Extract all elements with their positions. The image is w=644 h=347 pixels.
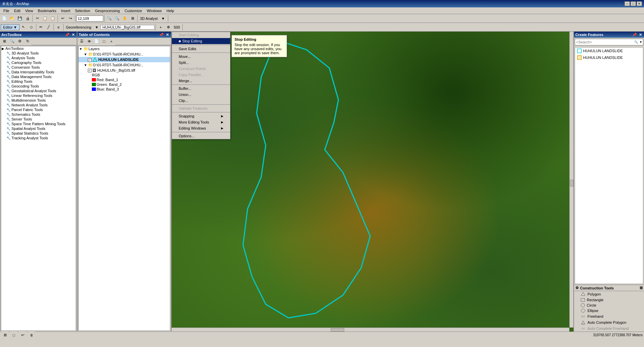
sketch-tool-btn[interactable]: ✏ (37, 24, 45, 31)
tool-interop[interactable]: 🔧 Data Interoperability Tools (1, 70, 76, 74)
more-editing-item[interactable]: More Editing Tools ▶ (172, 119, 230, 125)
clip-item[interactable]: Clip... (172, 98, 230, 104)
menu-bookmarks[interactable]: Bookmarks (36, 8, 58, 13)
menu-selection[interactable]: Selection (73, 8, 92, 13)
tool-datamgmt[interactable]: 🔧 Data Management Tools (1, 74, 76, 79)
tool-ellipse[interactable]: Ellipse (574, 308, 644, 313)
search-dropdown[interactable]: ▼ (639, 40, 643, 44)
open-btn[interactable]: 📂 (8, 15, 16, 22)
undo-btn[interactable]: ↩ (59, 15, 66, 22)
tool-server[interactable]: 🔧 Server Tools (1, 117, 76, 122)
split-item[interactable]: Split... (172, 60, 230, 66)
editing-windows-item[interactable]: Editing Windows ▶ (172, 125, 230, 131)
tool-geocoding[interactable]: 🔧 Geocoding Tools (1, 84, 76, 89)
tool-schematics[interactable]: 🔧 Schematics Tools (1, 112, 76, 117)
stop-editing-item[interactable]: ■ Stop Editing (172, 38, 230, 44)
save-edits-item[interactable]: Save Edits (172, 46, 230, 52)
straight-segment-btn[interactable]: ╱ (45, 24, 52, 31)
tool-3d[interactable]: 🔧 3D Analyst Tools (1, 51, 76, 56)
tool-geostat[interactable]: 🔧 Geostatistical Analyst Tools (1, 89, 76, 93)
menu-insert[interactable]: Insert (59, 8, 72, 13)
tool-spatialstats[interactable]: 🔧 Spatial Statistics Tools (1, 131, 76, 136)
task-btn[interactable]: ≡ (55, 24, 62, 31)
toolbox-btn3[interactable]: ⚙ (16, 38, 24, 45)
zoom-out-btn[interactable]: 🔍 (113, 15, 121, 22)
landslide-layer[interactable]: ✓ HUHULUN LANDSLIDE (78, 57, 170, 62)
menu-help[interactable]: Help (165, 8, 176, 13)
arctoolbox-close[interactable]: ✕ (71, 33, 75, 37)
layer1-group[interactable]: ▼ 📁 D:\01-RTDT-Tsa\08-iRIC\HUHU... (78, 51, 170, 57)
band-blue[interactable]: Blue: Band_3 (78, 87, 170, 92)
redo-btn[interactable]: ↪ (67, 15, 74, 22)
georef-tool2[interactable]: ⊕ (165, 24, 172, 31)
tool-autocomplete-freehand[interactable]: Auto Complete Freehand (574, 325, 644, 332)
toc-close[interactable]: ✕ (165, 33, 170, 37)
copy-btn[interactable]: 📋 (41, 15, 49, 22)
scale-input[interactable] (76, 15, 103, 22)
options-item[interactable]: Options... (172, 133, 230, 139)
analyst-dropdown[interactable]: ▼ (159, 15, 167, 22)
toc-header[interactable]: Table of Contents 📌 ✕ (77, 32, 171, 38)
toc-list-view[interactable]: ☰ (78, 38, 85, 45)
toc-byvis[interactable]: 👁 (85, 38, 93, 45)
status-btn1[interactable]: ⊞ (1, 332, 9, 339)
toc-byselect[interactable]: □ (100, 38, 108, 45)
move-item[interactable]: Move... (172, 54, 230, 60)
georef-tool1[interactable]: + (157, 24, 164, 31)
biggis-checkbox[interactable]: ✓ (88, 69, 92, 72)
status-btn2[interactable]: □ (10, 332, 17, 339)
construction-pin[interactable]: ⊞ (640, 286, 643, 290)
tool-spatial[interactable]: 🔧 Spatial Analyst Tools (1, 126, 76, 131)
tool-multidim[interactable]: 🔧 Multidimension Tools (1, 98, 76, 103)
tool-analysis[interactable]: 🔧 Analysis Tools (1, 56, 76, 60)
menu-file[interactable]: File (1, 8, 11, 13)
copy-parallel-item[interactable]: Copy Parallel... (172, 72, 230, 78)
snapping-item[interactable]: Snapping ▶ (172, 113, 230, 119)
save-btn[interactable]: 💾 (16, 15, 24, 22)
tool-rectangle[interactable]: Rectangle (574, 297, 644, 303)
start-editing-item[interactable]: Start Editing (172, 32, 230, 38)
tool-freehand[interactable]: Freehand (574, 313, 644, 319)
toc-bysource[interactable]: 📄 (93, 38, 100, 45)
status-btn3[interactable]: ↩ (19, 332, 26, 339)
features-pin[interactable]: 📌 (632, 33, 638, 37)
zoom-in-btn[interactable]: 🔍 (106, 15, 113, 22)
toolbox-btn1[interactable]: ⊞ (1, 38, 8, 45)
menu-windows[interactable]: Windows (145, 8, 164, 13)
map-area[interactable]: Start Editing ■ Stop Editing Save Edits … (172, 32, 573, 332)
menu-edit[interactable]: Edit (12, 8, 23, 13)
union-item[interactable]: Union... (172, 92, 230, 98)
tool-network[interactable]: 🔧 Network Analyst Tools (1, 103, 76, 107)
edit-vertices-btn[interactable]: ◇ (28, 24, 35, 31)
paste-btn[interactable]: 📋 (49, 15, 57, 22)
toolbox-btn2[interactable]: 🔍 (8, 38, 16, 45)
cut-btn[interactable]: ✂ (34, 15, 41, 22)
status-btn4[interactable]: ⏸ (28, 332, 35, 339)
edit-tool-btn[interactable]: ↖ (20, 24, 27, 31)
arctoolbox-root[interactable]: ▶ ArcToolbox (1, 46, 76, 51)
feature-item-1[interactable]: HUHULUN LANDSLIDE (575, 47, 643, 54)
pan-btn[interactable]: ✋ (121, 15, 129, 22)
toolbox-btn4[interactable]: ↻ (24, 38, 31, 45)
menu-geoprocessing[interactable]: Geoprocessing (93, 8, 122, 13)
layers-root[interactable]: ▼ 📁 Layers (78, 46, 170, 51)
tool-conversion[interactable]: 🔧 Conversion Tools (1, 65, 76, 70)
tool-tracking[interactable]: 🔧 Tracking Analyst Tools (1, 136, 76, 140)
close-button[interactable]: ✕ (637, 1, 642, 6)
minimize-button[interactable]: ─ (624, 1, 630, 6)
layer2-group[interactable]: ▼ 📁 D:\01-RTDT-Tsa\08-iRIC\HUHU... (78, 62, 170, 68)
tool-autocomplete[interactable]: Auto Complete Polygon (574, 319, 644, 325)
tool-polygon[interactable]: Polygon (574, 291, 644, 297)
map-scrollbar-horizontal[interactable] (172, 327, 569, 332)
restore-button[interactable]: □ (631, 1, 636, 6)
features-search-input[interactable] (575, 40, 634, 44)
biggis-layer[interactable]: ✓ 🖼 HUHULUN-_BigGIS.tiff (78, 68, 170, 73)
georef-dropdown[interactable]: ▼ (93, 24, 100, 31)
validate-item[interactable]: Validate Features (172, 105, 230, 111)
rgb-item[interactable]: RGB (78, 73, 170, 77)
full-extent-btn[interactable]: ⊞ (129, 15, 136, 22)
tool-linear[interactable]: 🔧 Linear Referencing Tools (1, 93, 76, 98)
features-close[interactable]: ✕ (638, 33, 643, 37)
menu-customize[interactable]: Customize (122, 8, 144, 13)
band-green[interactable]: Green: Band_2 (78, 82, 170, 87)
